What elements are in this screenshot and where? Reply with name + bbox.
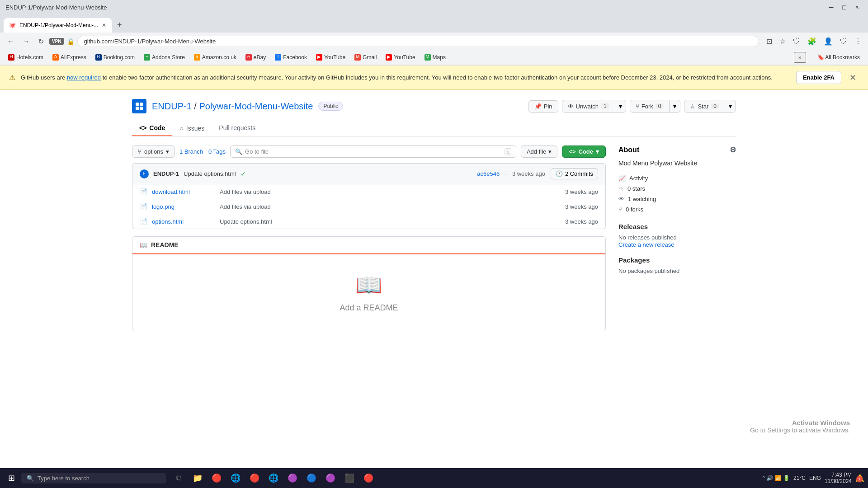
bookmark-addons-label: Addons Store [152,54,185,61]
commits-count-button[interactable]: 🕐 2 Commits [551,168,598,179]
tags-count-link[interactable]: 0 Tags [208,148,226,155]
banner-close-button[interactable]: ✕ [847,73,859,83]
bookmark-booking-label: Booking.com [104,54,135,61]
all-bookmarks-link[interactable]: 🔖 All Bookmarks [814,53,863,62]
banner-text-after: to enable two-factor authentication as a… [101,74,773,81]
window-title-bar: ENDUP-1/Polywar-Mod-Menu-Website ─ □ × [0,0,868,14]
commit-bar: E ENDUP-1 Update options.html ✓ ac6e546 … [132,163,606,184]
commit-message: Update options.html [184,170,236,177]
add-file-button[interactable]: Add file ▾ [521,145,557,158]
branch-count-link[interactable]: 1 Branch [179,148,203,155]
site-info-icon[interactable]: 🔒 [67,38,75,45]
repo-avatar [132,99,146,113]
more-bookmarks-button[interactable]: » [794,52,806,63]
gmail-favicon: M [354,54,361,61]
file-time-0: 3 weeks ago [565,188,598,195]
tab-pullrequests[interactable]: Pull requests [212,121,263,136]
profile-icon[interactable]: 👤 [822,35,835,47]
amazon-favicon: a [194,54,200,61]
no-packages-text: No packages published [618,267,736,274]
releases-title: Releases [618,223,736,230]
maximize-button[interactable]: □ [839,3,849,12]
booking-favicon: B [95,54,102,61]
star-dropdown[interactable]: ▾ [725,100,736,112]
bookmark-gmail[interactable]: M Gmail [351,53,380,62]
file-name-logo[interactable]: logo.png [152,203,215,210]
file-search-bar[interactable]: 🔍 Go to file t [230,145,516,158]
maps-favicon: M [425,54,431,61]
readme-title: README [151,241,179,249]
unwatch-dropdown[interactable]: ▾ [615,100,626,112]
enable-2fa-button[interactable]: Enable 2FA [796,71,841,84]
branch-selector-button[interactable]: ⑂ options ▾ [132,145,175,158]
fork-dropdown[interactable]: ▾ [669,100,680,112]
bookmark-aliexpress-label: AliExpress [61,54,86,61]
commit-username[interactable]: ENDUP-1 [153,170,179,177]
fork-button[interactable]: ⑂ Fork 0 [630,101,670,112]
about-header: About ⚙ [618,145,736,154]
sidebar-forks[interactable]: ⑂ 0 forks [618,204,736,215]
pin-label: Pin [544,103,552,110]
bookmark-hotels[interactable]: H Hotels.com [5,53,47,62]
gear-icon[interactable]: ⚙ [730,145,736,154]
lock-icon[interactable]: 🛡 [791,36,802,47]
pin-button[interactable]: 📌 Pin [528,100,558,113]
browser-tab-active[interactable]: 🐙 ENDUP-1/Polywar-Mod-Menu-... ✕ [4,18,112,33]
sidebar-activity[interactable]: 📈 Activity [618,173,736,183]
bookmark-facebook[interactable]: f Facebook [271,53,311,62]
code-button[interactable]: <> Code ▾ [562,145,606,158]
bookmark-booking[interactable]: B Booking.com [92,53,138,62]
address-bar[interactable]: github.com/ENDUP-1/Polywar-Mod-Menu-Webs… [77,36,759,47]
star-button[interactable]: ☆ Star 0 [684,101,725,112]
code-dropdown-icon: ▾ [596,148,599,155]
hotels-favicon: H [8,54,14,61]
refresh-button[interactable]: ↻ [35,35,47,47]
github-favicon: 🐙 [9,22,16,28]
screen-cast-icon[interactable]: ⊡ [764,35,774,47]
shield-icon[interactable]: 🛡 [838,36,849,47]
readme-add-text: Add a README [340,303,398,313]
bookmark-amazon[interactable]: a Amazon.co.uk [190,53,240,62]
file-name-download[interactable]: download.html [152,188,215,195]
fork-icon: ⑂ [636,103,639,110]
extension-icon[interactable]: 🧩 [806,35,818,47]
file-time-2: 3 weeks ago [565,218,598,225]
new-tab-button[interactable]: + [112,18,127,33]
banner-link[interactable]: now required [67,74,101,81]
unwatch-count: 1 [601,103,609,109]
code-tab-icon: <> [139,124,146,131]
bookmark-youtube1-label: YouTube [324,54,345,61]
forward-button[interactable]: → [20,36,33,47]
bookmark-maps[interactable]: M Maps [421,53,449,62]
bookmark-youtube2[interactable]: ▶ YouTube [382,53,419,62]
svg-rect-0 [136,103,139,106]
unwatch-button[interactable]: 👁 Unwatch 1 [562,101,615,112]
svg-rect-2 [136,107,139,110]
tab-issues[interactable]: ○ Issues [172,121,212,136]
browser-action-icons: ⊡ ☆ 🛡 🧩 👤 🛡 ⋮ [764,35,863,47]
aliexpress-favicon: A [52,54,59,61]
bookmark-ebay[interactable]: e eBay [242,53,269,62]
bookmark-addons[interactable]: + Addons Store [140,53,189,62]
tab-close-button[interactable]: ✕ [102,22,106,28]
activity-icon: 📈 [618,175,626,182]
file-name-options[interactable]: options.html [152,218,215,225]
bookmark-icon[interactable]: ☆ [778,35,788,47]
sidebar-watching[interactable]: 👁 1 watching [618,194,736,204]
repo-owner-name[interactable]: ENDUP-1 / Polywar-Mod-Menu-Website [152,101,313,112]
star-sidebar-icon: ☆ [618,185,624,192]
table-row: 📄 download.html Add files via upload 3 w… [132,184,605,199]
file-toolbar: ⑂ options ▾ 1 Branch 0 Tags 🔍 Go to file… [132,145,606,158]
commit-hash-link[interactable]: ac6e546 [477,170,500,177]
minimize-button[interactable]: ─ [825,3,837,12]
bookmark-aliexpress[interactable]: A AliExpress [49,53,90,62]
tab-title: ENDUP-1/Polywar-Mod-Menu-... [19,22,98,28]
create-release-link[interactable]: Create a new release [618,241,675,248]
close-button[interactable]: × [852,3,863,12]
menu-button[interactable]: ⋮ [853,35,863,47]
bookmark-youtube1[interactable]: ▶ YouTube [312,53,349,62]
tab-code[interactable]: <> Code [132,121,172,136]
back-button[interactable]: ← [5,36,17,47]
code-tab-label: Code [149,124,165,131]
sidebar-stars[interactable]: ☆ 0 stars [618,183,736,194]
